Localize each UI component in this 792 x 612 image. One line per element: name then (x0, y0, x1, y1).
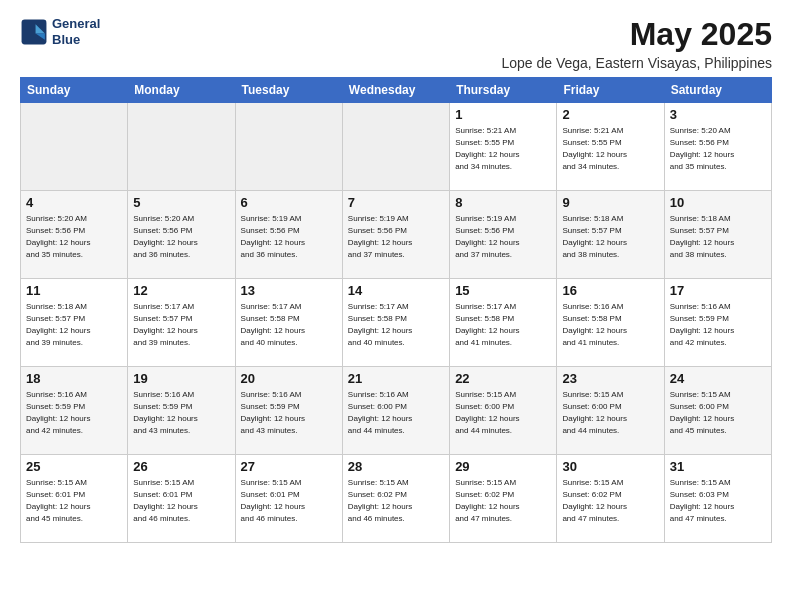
day-number: 25 (26, 459, 122, 474)
calendar-day-header-sunday: Sunday (21, 78, 128, 103)
calendar-day-cell: 7Sunrise: 5:19 AM Sunset: 5:56 PM Daylig… (342, 191, 449, 279)
day-number: 23 (562, 371, 658, 386)
day-info: Sunrise: 5:20 AM Sunset: 5:56 PM Dayligh… (133, 213, 229, 261)
day-info: Sunrise: 5:15 AM Sunset: 6:00 PM Dayligh… (562, 389, 658, 437)
calendar-day-cell (128, 103, 235, 191)
day-number: 26 (133, 459, 229, 474)
logo-line2: Blue (52, 32, 100, 48)
day-number: 4 (26, 195, 122, 210)
day-info: Sunrise: 5:15 AM Sunset: 6:01 PM Dayligh… (241, 477, 337, 525)
day-number: 8 (455, 195, 551, 210)
day-number: 19 (133, 371, 229, 386)
calendar-week-row: 11Sunrise: 5:18 AM Sunset: 5:57 PM Dayli… (21, 279, 772, 367)
calendar-day-cell: 8Sunrise: 5:19 AM Sunset: 5:56 PM Daylig… (450, 191, 557, 279)
day-number: 6 (241, 195, 337, 210)
day-info: Sunrise: 5:17 AM Sunset: 5:58 PM Dayligh… (455, 301, 551, 349)
calendar-day-header-tuesday: Tuesday (235, 78, 342, 103)
calendar-day-header-friday: Friday (557, 78, 664, 103)
day-number: 16 (562, 283, 658, 298)
day-info: Sunrise: 5:18 AM Sunset: 5:57 PM Dayligh… (670, 213, 766, 261)
calendar-day-cell: 19Sunrise: 5:16 AM Sunset: 5:59 PM Dayli… (128, 367, 235, 455)
day-number: 14 (348, 283, 444, 298)
day-number: 13 (241, 283, 337, 298)
day-number: 30 (562, 459, 658, 474)
calendar-day-cell: 6Sunrise: 5:19 AM Sunset: 5:56 PM Daylig… (235, 191, 342, 279)
calendar-day-cell: 16Sunrise: 5:16 AM Sunset: 5:58 PM Dayli… (557, 279, 664, 367)
day-info: Sunrise: 5:19 AM Sunset: 5:56 PM Dayligh… (241, 213, 337, 261)
day-number: 18 (26, 371, 122, 386)
calendar-day-cell: 17Sunrise: 5:16 AM Sunset: 5:59 PM Dayli… (664, 279, 771, 367)
calendar-day-cell (235, 103, 342, 191)
day-info: Sunrise: 5:17 AM Sunset: 5:57 PM Dayligh… (133, 301, 229, 349)
calendar-day-cell: 9Sunrise: 5:18 AM Sunset: 5:57 PM Daylig… (557, 191, 664, 279)
day-number: 22 (455, 371, 551, 386)
calendar-day-cell: 15Sunrise: 5:17 AM Sunset: 5:58 PM Dayli… (450, 279, 557, 367)
day-number: 5 (133, 195, 229, 210)
day-info: Sunrise: 5:16 AM Sunset: 5:59 PM Dayligh… (670, 301, 766, 349)
logo-text: General Blue (52, 16, 100, 47)
calendar-header-row: SundayMondayTuesdayWednesdayThursdayFrid… (21, 78, 772, 103)
calendar-day-cell: 24Sunrise: 5:15 AM Sunset: 6:00 PM Dayli… (664, 367, 771, 455)
day-info: Sunrise: 5:21 AM Sunset: 5:55 PM Dayligh… (562, 125, 658, 173)
calendar-day-cell: 10Sunrise: 5:18 AM Sunset: 5:57 PM Dayli… (664, 191, 771, 279)
day-number: 9 (562, 195, 658, 210)
calendar-week-row: 25Sunrise: 5:15 AM Sunset: 6:01 PM Dayli… (21, 455, 772, 543)
calendar-day-cell: 20Sunrise: 5:16 AM Sunset: 5:59 PM Dayli… (235, 367, 342, 455)
calendar-day-cell: 23Sunrise: 5:15 AM Sunset: 6:00 PM Dayli… (557, 367, 664, 455)
calendar-day-cell: 2Sunrise: 5:21 AM Sunset: 5:55 PM Daylig… (557, 103, 664, 191)
day-number: 21 (348, 371, 444, 386)
day-number: 27 (241, 459, 337, 474)
calendar-day-cell: 4Sunrise: 5:20 AM Sunset: 5:56 PM Daylig… (21, 191, 128, 279)
day-info: Sunrise: 5:15 AM Sunset: 6:00 PM Dayligh… (670, 389, 766, 437)
calendar-day-cell: 5Sunrise: 5:20 AM Sunset: 5:56 PM Daylig… (128, 191, 235, 279)
day-number: 31 (670, 459, 766, 474)
header: General Blue May 2025 Lope de Vega, East… (20, 16, 772, 71)
day-number: 2 (562, 107, 658, 122)
calendar-day-cell: 26Sunrise: 5:15 AM Sunset: 6:01 PM Dayli… (128, 455, 235, 543)
day-number: 1 (455, 107, 551, 122)
calendar-day-cell: 31Sunrise: 5:15 AM Sunset: 6:03 PM Dayli… (664, 455, 771, 543)
location-title: Lope de Vega, Eastern Visayas, Philippin… (501, 55, 772, 71)
page: General Blue May 2025 Lope de Vega, East… (0, 0, 792, 612)
calendar-day-cell: 25Sunrise: 5:15 AM Sunset: 6:01 PM Dayli… (21, 455, 128, 543)
day-number: 29 (455, 459, 551, 474)
day-info: Sunrise: 5:19 AM Sunset: 5:56 PM Dayligh… (455, 213, 551, 261)
calendar-day-header-saturday: Saturday (664, 78, 771, 103)
calendar-day-cell: 21Sunrise: 5:16 AM Sunset: 6:00 PM Dayli… (342, 367, 449, 455)
day-info: Sunrise: 5:16 AM Sunset: 6:00 PM Dayligh… (348, 389, 444, 437)
day-info: Sunrise: 5:20 AM Sunset: 5:56 PM Dayligh… (670, 125, 766, 173)
day-info: Sunrise: 5:15 AM Sunset: 6:00 PM Dayligh… (455, 389, 551, 437)
day-info: Sunrise: 5:17 AM Sunset: 5:58 PM Dayligh… (348, 301, 444, 349)
day-info: Sunrise: 5:15 AM Sunset: 6:02 PM Dayligh… (562, 477, 658, 525)
calendar-day-cell: 1Sunrise: 5:21 AM Sunset: 5:55 PM Daylig… (450, 103, 557, 191)
logo-line1: General (52, 16, 100, 32)
day-number: 3 (670, 107, 766, 122)
day-number: 28 (348, 459, 444, 474)
day-info: Sunrise: 5:18 AM Sunset: 5:57 PM Dayligh… (26, 301, 122, 349)
calendar-day-cell: 12Sunrise: 5:17 AM Sunset: 5:57 PM Dayli… (128, 279, 235, 367)
day-info: Sunrise: 5:16 AM Sunset: 5:59 PM Dayligh… (133, 389, 229, 437)
calendar-day-header-monday: Monday (128, 78, 235, 103)
title-block: May 2025 Lope de Vega, Eastern Visayas, … (501, 16, 772, 71)
day-info: Sunrise: 5:15 AM Sunset: 6:02 PM Dayligh… (455, 477, 551, 525)
calendar-day-cell (21, 103, 128, 191)
calendar-week-row: 4Sunrise: 5:20 AM Sunset: 5:56 PM Daylig… (21, 191, 772, 279)
day-info: Sunrise: 5:19 AM Sunset: 5:56 PM Dayligh… (348, 213, 444, 261)
calendar-day-cell: 18Sunrise: 5:16 AM Sunset: 5:59 PM Dayli… (21, 367, 128, 455)
calendar-day-cell: 29Sunrise: 5:15 AM Sunset: 6:02 PM Dayli… (450, 455, 557, 543)
calendar-day-cell: 30Sunrise: 5:15 AM Sunset: 6:02 PM Dayli… (557, 455, 664, 543)
calendar-day-cell: 11Sunrise: 5:18 AM Sunset: 5:57 PM Dayli… (21, 279, 128, 367)
day-number: 11 (26, 283, 122, 298)
calendar-week-row: 1Sunrise: 5:21 AM Sunset: 5:55 PM Daylig… (21, 103, 772, 191)
day-number: 24 (670, 371, 766, 386)
day-info: Sunrise: 5:15 AM Sunset: 6:02 PM Dayligh… (348, 477, 444, 525)
month-title: May 2025 (501, 16, 772, 53)
day-number: 17 (670, 283, 766, 298)
day-info: Sunrise: 5:21 AM Sunset: 5:55 PM Dayligh… (455, 125, 551, 173)
calendar-table: SundayMondayTuesdayWednesdayThursdayFrid… (20, 77, 772, 543)
calendar-day-cell: 14Sunrise: 5:17 AM Sunset: 5:58 PM Dayli… (342, 279, 449, 367)
calendar-day-cell: 27Sunrise: 5:15 AM Sunset: 6:01 PM Dayli… (235, 455, 342, 543)
calendar-day-cell (342, 103, 449, 191)
day-number: 10 (670, 195, 766, 210)
day-info: Sunrise: 5:18 AM Sunset: 5:57 PM Dayligh… (562, 213, 658, 261)
